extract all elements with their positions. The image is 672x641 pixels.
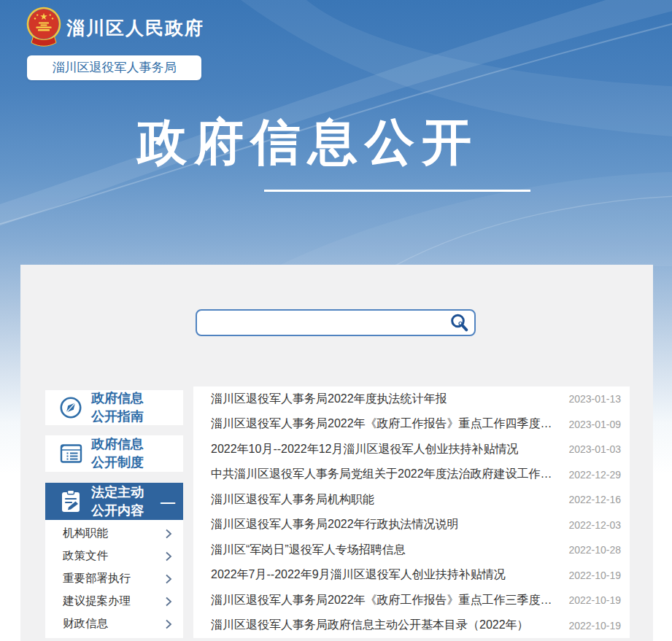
article-date: 2023-01-13 <box>568 393 621 405</box>
article-date: 2022-12-16 <box>568 494 621 505</box>
article-date: 2022-10-19 <box>568 594 621 606</box>
article-title-link[interactable]: 2022年7月--2022年9月淄川区退役军人创业扶持补贴情况 <box>211 567 506 583</box>
notebook-icon <box>57 442 85 465</box>
list-item[interactable]: 淄川区退役军人事务局2022年《政府工作报告》重点工作四季度完成情况 2023-… <box>193 412 630 438</box>
article-title-link[interactable]: 淄川区退役军人事务局政府信息主动公开基本目录（2022年） <box>211 618 529 633</box>
department-badge-button[interactable]: 淄川区退役军人事务局 <box>27 55 201 80</box>
clipboard-pen-icon <box>57 489 85 514</box>
list-item[interactable]: 淄川区退役军人事务局2022年《政府工作报告》重点工作三季度完成情况 2022-… <box>193 588 630 613</box>
article-title-link[interactable]: 淄川区“军岗日”退役军人专场招聘信息 <box>211 543 406 558</box>
list-item[interactable]: 淄川区退役军人事务局2022年行政执法情况说明 2022-12-03 <box>193 513 630 538</box>
list-item[interactable]: 2022年10月--2022年12月淄川区退役军人创业扶持补贴情况 2023-0… <box>193 437 630 462</box>
sidebar-subitem-deployment[interactable]: 重要部署执行 <box>45 567 183 590</box>
list-item[interactable]: 2022年7月--2022年9月淄川区退役军人创业扶持补贴情况 2022-10-… <box>193 563 630 588</box>
list-item[interactable]: 淄川区退役军人事务局2022年度执法统计年报 2023-01-13 <box>193 386 630 412</box>
compass-icon <box>57 395 85 420</box>
subitem-label: 财政信息 <box>63 616 108 632</box>
chevron-right-icon <box>165 597 172 607</box>
chevron-right-icon <box>165 574 172 584</box>
subitem-label: 建议提案办理 <box>63 594 131 609</box>
sidebar-item-label: 法定主动 公开内容 <box>91 483 144 520</box>
article-date: 2022-10-19 <box>568 570 621 581</box>
page: 淄川区人民政府 淄川区退役军人事务局 政府信息公开 政府信息 公开指南 <box>0 0 672 641</box>
subitem-label: 政策文件 <box>63 548 108 564</box>
sidebar-item-statutory-active[interactable]: 法定主动 公开内容 — <box>45 483 183 520</box>
magnifier-icon <box>449 313 469 333</box>
sidebar-subpanel: 机构职能 政策文件 重要部署执行 建议提案办理 财政信息 <box>45 520 183 638</box>
chevron-right-icon <box>165 529 172 539</box>
article-title-link[interactable]: 淄川区退役军人事务局机构职能 <box>211 492 374 508</box>
chevron-right-icon <box>165 551 172 562</box>
sidebar-subitem-proposals[interactable]: 建议提案办理 <box>45 590 183 613</box>
chevron-right-icon <box>165 619 172 629</box>
article-list: 淄川区退役军人事务局2022年度执法统计年报 2023-01-13 淄川区退役军… <box>193 386 630 638</box>
search-box <box>196 309 476 336</box>
sidebar-subitem-finance[interactable]: 财政信息 <box>45 613 183 635</box>
list-item[interactable]: 淄川区退役军人事务局政府信息主动公开基本目录（2022年） 2022-10-19 <box>193 613 630 639</box>
sidebar-item-guide[interactable]: 政府信息 公开指南 <box>45 390 183 425</box>
article-title-link[interactable]: 淄川区退役军人事务局2022年《政府工作报告》重点工作三季度完成情况 <box>211 593 558 608</box>
article-date: 2023-01-09 <box>568 419 621 430</box>
sidebar-subitem-policy[interactable]: 政策文件 <box>45 545 183 567</box>
national-emblem-icon <box>26 7 61 47</box>
subitem-label: 重要部署执行 <box>63 571 131 586</box>
article-date: 2022-10-28 <box>568 544 621 556</box>
article-title-link[interactable]: 2022年10月--2022年12月淄川区退役军人创业扶持补贴情况 <box>211 442 518 457</box>
subitem-label: 机构职能 <box>63 526 108 541</box>
search-input[interactable] <box>197 311 444 335</box>
sidebar-item-label: 政府信息 公开指南 <box>91 389 144 426</box>
article-date: 2022-10-19 <box>568 620 621 632</box>
article-date: 2023-01-03 <box>568 443 621 455</box>
article-title-link[interactable]: 中共淄川区退役军人事务局党组关于2022年度法治政府建设工作的报告 <box>211 467 558 482</box>
list-item[interactable]: 中共淄川区退役军人事务局党组关于2022年度法治政府建设工作的报告 2022-1… <box>193 462 630 488</box>
article-title-link[interactable]: 淄川区退役军人事务局2022年行政执法情况说明 <box>211 517 459 532</box>
title-underline-decoration <box>264 190 530 192</box>
article-title-link[interactable]: 淄川区退役军人事务局2022年《政府工作报告》重点工作四季度完成情况 <box>211 416 558 432</box>
search-button[interactable] <box>444 311 474 335</box>
list-item[interactable]: 淄川区退役军人事务局机构职能 2022-12-16 <box>193 487 630 513</box>
article-date: 2022-12-03 <box>568 519 621 531</box>
minus-indicator: — <box>161 493 175 510</box>
sidebar-item-label: 政府信息 公开制度 <box>91 435 144 472</box>
list-item[interactable]: 淄川区“军岗日”退役军人专场招聘信息 2022-10-28 <box>193 537 630 563</box>
site-name[interactable]: 淄川区人民政府 <box>66 16 204 40</box>
sidebar-subitem-orgfunction[interactable]: 机构职能 <box>45 522 183 545</box>
article-title-link[interactable]: 淄川区退役军人事务局2022年度执法统计年报 <box>211 392 447 407</box>
page-title: 政府信息公开 <box>137 109 479 176</box>
article-date: 2022-12-29 <box>568 469 621 481</box>
sidebar-item-system[interactable]: 政府信息 公开制度 <box>45 435 183 472</box>
